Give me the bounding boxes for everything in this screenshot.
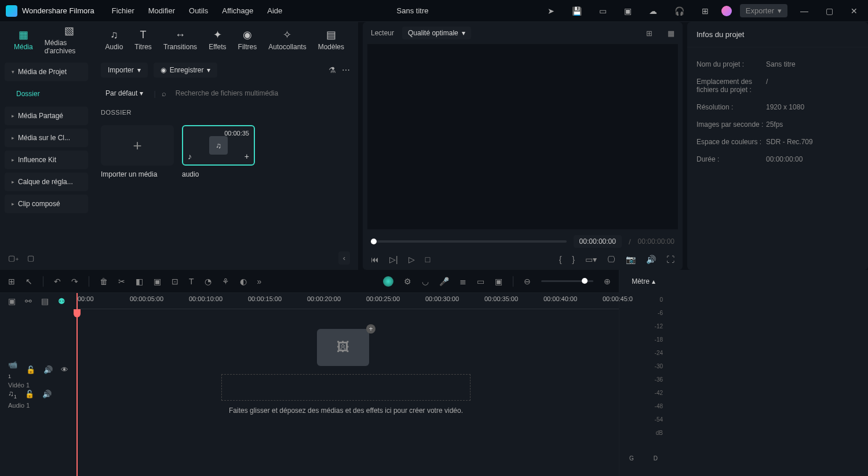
cut-icon[interactable]: ✂ <box>118 277 125 286</box>
search-input[interactable] <box>172 86 350 101</box>
mark-out-icon[interactable]: } <box>572 255 575 264</box>
quality-button[interactable]: Qualité optimale▾ <box>402 27 471 39</box>
link-icon[interactable]: ⚘ <box>222 277 229 286</box>
save-icon[interactable]: 💾 <box>567 6 586 16</box>
prev-frame-icon[interactable]: ⏮ <box>371 255 379 264</box>
mic-icon[interactable]: 🎤 <box>439 277 449 286</box>
undo-icon[interactable]: ↶ <box>54 277 61 286</box>
sidebar-item-clip[interactable]: ▸Clip composé <box>5 195 88 213</box>
sidebar-item-cloud[interactable]: ▸Média sur le Cl... <box>5 129 88 147</box>
audio-sync-icon[interactable]: ≣ <box>459 277 466 286</box>
track-tool-3-icon[interactable]: ▤ <box>41 296 49 306</box>
render-icon[interactable]: ▣ <box>495 277 502 286</box>
tab-audio[interactable]: ♫Audio <box>100 29 129 51</box>
share-icon[interactable]: ➤ <box>543 6 559 16</box>
track-tool-4-icon[interactable]: ⚉ <box>58 296 65 306</box>
apps-icon[interactable]: ⊞ <box>697 6 713 16</box>
zoom-slider[interactable] <box>541 280 593 282</box>
track-tool-1-icon[interactable]: ▣ <box>8 296 16 306</box>
redo-icon[interactable]: ↷ <box>71 277 78 286</box>
grid-view-icon[interactable]: ⊞ <box>646 29 652 38</box>
headphones-icon[interactable]: 🎧 <box>670 6 689 16</box>
ai-icon[interactable] <box>383 276 393 287</box>
step-back-icon[interactable]: ▷| <box>389 255 398 264</box>
more-tools-icon[interactable]: » <box>257 277 262 286</box>
speed-icon[interactable]: ◔ <box>205 277 211 286</box>
collapse-icon[interactable]: ‹ <box>338 251 350 265</box>
preview-viewport[interactable] <box>367 44 678 229</box>
marker-icon[interactable]: ◡ <box>422 277 429 286</box>
tab-transitions[interactable]: ↔Transitions <box>158 29 203 51</box>
fullscreen-icon[interactable]: ⛶ <box>666 255 674 264</box>
cloud-icon[interactable]: ☁ <box>644 6 662 16</box>
tab-titres[interactable]: TTitres <box>129 29 158 51</box>
sidebar-item-partage[interactable]: ▸Média Partagé <box>5 107 88 125</box>
delete-icon[interactable]: 🗑 <box>100 277 108 286</box>
ratio-icon[interactable]: ▭▾ <box>585 255 597 264</box>
eye-icon[interactable]: 👁 <box>61 365 68 374</box>
menu-fichier[interactable]: Fichier <box>112 6 134 15</box>
export-button[interactable]: Exporter ▾ <box>740 4 787 17</box>
mix-icon[interactable]: ▭ <box>477 277 484 286</box>
cursor-icon[interactable]: ↖ <box>25 277 32 286</box>
timeline-ruler[interactable]: 00:00 00:00:05:00 00:00:10:00 00:00:15:0… <box>76 293 619 309</box>
sidebar-item-dossier[interactable]: Dossier <box>5 85 88 103</box>
lock-icon[interactable]: 🔓 <box>26 365 35 374</box>
color-icon[interactable]: ◐ <box>240 277 247 286</box>
menu-outils[interactable]: Outils <box>189 6 208 15</box>
stop-icon[interactable]: □ <box>425 255 430 264</box>
audio-track-header[interactable]: ♫1 🔓 🔊 Audio 1 <box>0 385 76 413</box>
mute-icon[interactable]: 🔊 <box>43 365 53 374</box>
sort-button[interactable]: Par défaut▾ <box>101 87 148 100</box>
type-icon[interactable]: T <box>189 277 194 286</box>
video-track-header[interactable]: 📹1 🔓 🔊 👁 Vidéo 1 <box>0 356 76 385</box>
tab-media[interactable]: ▦Média <box>8 29 39 51</box>
close-button[interactable]: ✕ <box>846 6 862 16</box>
import-button[interactable]: Importer▾ <box>101 63 148 78</box>
tab-stock[interactable]: ▧Médias d'archives <box>39 25 100 55</box>
select-all-icon[interactable]: ⊞ <box>8 277 15 286</box>
tab-autocollants[interactable]: ✧Autocollants <box>262 29 312 51</box>
menu-aide[interactable]: Aide <box>267 6 282 15</box>
add-clip-icon[interactable]: + <box>245 152 249 161</box>
layer-icon[interactable]: ▣ <box>154 277 161 286</box>
track-tool-2-icon[interactable]: ⚯ <box>25 296 32 306</box>
meter-header[interactable]: Mètre▴ <box>619 270 668 293</box>
lock-icon[interactable]: 🔓 <box>25 390 34 398</box>
import-thumb[interactable]: + Importer un média <box>101 125 174 178</box>
zoom-out-icon[interactable]: ⊖ <box>524 277 531 286</box>
screens-icon[interactable]: ▣ <box>619 6 636 16</box>
playhead[interactable] <box>76 293 78 476</box>
fit-icon[interactable]: ⊡ <box>172 277 178 286</box>
zoom-handle[interactable] <box>582 278 588 284</box>
tab-filtres[interactable]: ◉Filtres <box>232 29 263 51</box>
sidebar-item-projet[interactable]: ▾Média de Projet <box>5 63 88 81</box>
mark-in-icon[interactable]: { <box>559 255 562 264</box>
menu-modifier[interactable]: Modifier <box>148 6 175 15</box>
tab-modeles[interactable]: ▤Modèles <box>312 29 350 51</box>
minimize-button[interactable]: — <box>796 6 813 16</box>
mute-icon[interactable]: 🔊 <box>42 390 52 398</box>
timeline-canvas[interactable]: 00:00 00:00:05:00 00:00:10:00 00:00:15:0… <box>76 293 619 476</box>
monitor-icon[interactable]: 🖵 <box>607 255 615 264</box>
scrub-handle[interactable] <box>371 239 377 244</box>
sidebar-item-influence[interactable]: ▸Influence Kit <box>5 151 88 169</box>
filter-icon[interactable]: ⚗ <box>329 65 336 75</box>
drop-zone[interactable]: 🖼 + <box>221 374 471 401</box>
maximize-button[interactable]: ▢ <box>821 6 838 16</box>
zoom-in-icon[interactable]: ⊕ <box>604 277 611 286</box>
sidebar-item-calque[interactable]: ▸Calque de régla... <box>5 173 88 191</box>
menu-affichage[interactable]: Affichage <box>222 6 253 15</box>
volume-icon[interactable]: 🔊 <box>646 255 656 264</box>
scrub-bar[interactable] <box>371 240 567 243</box>
record-button[interactable]: ◉Enregistrer▾ <box>154 63 218 78</box>
new-folder-icon[interactable]: ▢₊ <box>8 254 19 262</box>
more-icon[interactable]: ⋯ <box>342 65 350 75</box>
tab-effets[interactable]: ✦Effets <box>203 29 232 51</box>
avatar[interactable] <box>721 6 732 16</box>
play-icon[interactable]: ▷ <box>409 255 415 264</box>
image-view-icon[interactable]: ▦ <box>668 29 674 38</box>
screen-icon[interactable]: ▭ <box>595 6 611 16</box>
settings-icon[interactable]: ⚙ <box>404 277 411 286</box>
audio-thumb[interactable]: 00:00:35 ♫ ♪ + audio <box>182 125 255 178</box>
